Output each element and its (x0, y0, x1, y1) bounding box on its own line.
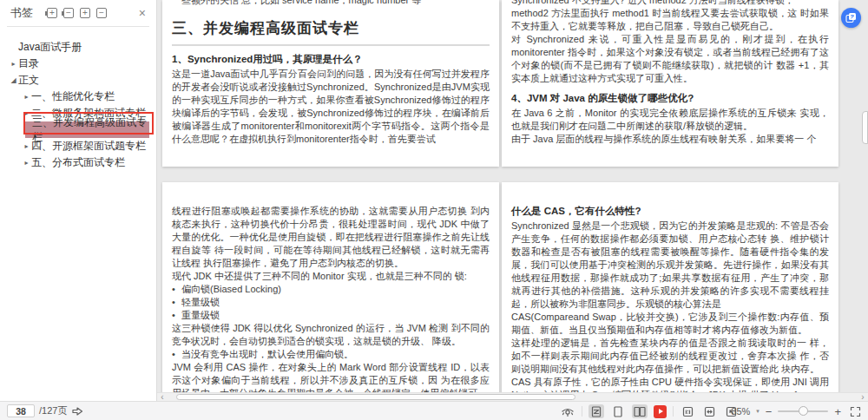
page-text: 这是一道Java面试中几乎百分百会问到的问题，因为没有任何写过并发程序的开发者会… (172, 68, 490, 146)
bullet-item: • 重量级锁 (172, 309, 490, 322)
expand-node-icon[interactable]: + (80, 8, 90, 18)
bookmark-item-chapter3-selected[interactable]: 三、并发编程高级面试专栏 (25, 121, 149, 138)
page-text: Synchronized 不支持重入? 进入 method2 方法时当前线程获得… (511, 0, 829, 7)
bullet-icon: • (172, 309, 181, 322)
play-icon (659, 409, 663, 414)
bullet-icon: • (172, 348, 181, 361)
page-text: 这三种锁使得 JDK 得以优化 Synchronized 的运行，当 JVM 检… (172, 322, 490, 348)
horizontal-scrollbar-thumb[interactable] (176, 394, 575, 400)
two-page-view-icon[interactable] (632, 404, 648, 418)
horizontal-scrollbar[interactable]: ‹ › (157, 392, 868, 401)
zoom-out-button[interactable]: − (766, 406, 773, 417)
close-sidebar-icon[interactable]: × (139, 7, 146, 19)
zoom-slider[interactable] (778, 410, 828, 412)
bookmark-item-root[interactable]: Java面试手册 (0, 39, 156, 56)
pdf-page-top-left: 一些额外的关信 息，比如 service name，magic number 等… (162, 0, 499, 167)
bullet-icon: • (172, 283, 181, 296)
actual-size-icon[interactable] (680, 404, 695, 418)
pdf-page-top-right: Synchronized 不支持重入? 进入 method2 方法时当前线程获得… (502, 0, 838, 167)
section-heading: 三、并发编程高级面试专栏 (172, 18, 490, 46)
expand-all-icon[interactable]: + (47, 8, 57, 18)
bookmark-tree: Java面试手册 ▸ 目录 ◢ 正文 ▸ 一、性能优化专栏 ▸ 二、微服务架构面… (0, 27, 156, 171)
bullet-item: • 当没有竞争出现时，默认会使用偏向锁。 (172, 348, 490, 361)
page-number-input[interactable]: 38 (7, 404, 35, 417)
zoom-level-label: 85% (731, 406, 750, 417)
page-text: method2 方法里面执行 method1 时当前线程又要去尝试获取锁，这 时… (511, 7, 829, 33)
pdf-reader-window: 书签 + − + − × Java面试手册 ▸ 目录 (0, 0, 868, 420)
collapse-node-icon[interactable]: − (96, 8, 107, 18)
chevron-right-icon[interactable]: ▸ (9, 60, 18, 68)
page-text: 对 Synchronized 来说，可重入性是显而易见的，刚才提到，在执行 mo… (511, 33, 829, 85)
page-text: 一些额外的关信 息，比如 service name，magic number 等 (172, 0, 490, 7)
chevron-right-icon[interactable]: ▸ (22, 109, 31, 117)
zoom-slider-handle[interactable] (799, 406, 808, 416)
status-bar: 38 /127页 (0, 401, 868, 420)
chevron-right-icon[interactable]: ▸ (22, 159, 31, 167)
bullet-item: • 偏向锁(Biased Locking) (172, 283, 490, 296)
translate-card-icon (845, 12, 857, 23)
bullet-item: • 轻量级锁 (172, 296, 490, 309)
bookmark-item-chapter1[interactable]: ▸ 一、性能优化专栏 (0, 89, 156, 105)
collapse-all-icon[interactable]: − (63, 8, 74, 18)
divider (673, 406, 674, 417)
bookmark-item-chapter5[interactable]: ▸ 五、分布式面试专栏 (0, 154, 156, 171)
fullscreen-icon[interactable] (847, 404, 863, 418)
eye-protection-icon[interactable] (560, 404, 575, 418)
question-title: 4、JVM 对 Java 的原生锁做了哪些优化? (511, 92, 829, 105)
page-text: 线程进行阻塞或唤起都需要操作系统的协助，这就需要从用户态切换 到内核态来执行，这… (172, 205, 490, 270)
pdf-page-bottom-right: 什么是 CAS，它有什么特性? Synchronized 显然是一个悲观锁，因为… (502, 182, 838, 394)
page-text: 在 Java 6 之前，Monitor 的实现完全依赖底层操作系统的互斥锁来 实… (511, 107, 829, 133)
page-text: JVM 会利用 CAS 操作，在对象头上的 Mark Word 部分设置线程 I… (172, 361, 490, 394)
continuous-scroll-view-icon[interactable] (589, 404, 604, 418)
bookmarks-sidebar: 书签 + − + − × Java面试手册 ▸ 目录 (0, 0, 157, 401)
fit-page-icon[interactable] (701, 404, 717, 418)
chevron-expanded-icon[interactable]: ◢ (9, 76, 18, 84)
bullet-icon: • (172, 296, 181, 309)
page-text: CAS 具有原子性，它的原子性由 CPU 硬件指令实现保证，即使用 JNI 调用… (511, 376, 829, 394)
scroll-right-icon[interactable]: › (858, 393, 867, 401)
page-text: Synchronized 显然是一个悲观锁，因为它的并发策略是悲观的: 不管是否… (511, 220, 829, 311)
scroll-left-icon[interactable]: ‹ (158, 393, 167, 401)
page-text: 这样处理的逻辑是，首先检查某块内存的值是否跟之前我读取时的一 样，如不一样则表示… (511, 337, 829, 376)
vertical-scrollbar-thumb[interactable] (862, 111, 868, 144)
bookmark-item-chapter4[interactable]: ▸ 四、开源框架面试题专栏 (0, 138, 156, 154)
page-text: CAS(Compareand Swap，比较并交换)，它涉及到三个操作数:内存值… (511, 311, 829, 337)
zoom-in-button[interactable]: + (834, 406, 841, 417)
chevron-right-icon[interactable]: ▸ (22, 93, 31, 101)
page-text: 由于 Java 层面的线程与操作系统的原生线程有映射关系，如果要将一 个 (511, 133, 829, 146)
zoom-caret-down-icon[interactable]: ▾ (756, 408, 760, 415)
translate-float-button[interactable] (841, 8, 861, 28)
bookmark-item-toc[interactable]: ▸ 目录 (0, 56, 156, 72)
divider (582, 406, 582, 417)
single-page-view-icon[interactable] (610, 404, 626, 418)
goto-page-icon[interactable] (71, 406, 84, 417)
play-video-button[interactable] (654, 405, 667, 418)
chevron-right-icon[interactable]: ▸ (22, 142, 31, 150)
page-text: 现代 JDK 中还提供了三种不同的 Monitor 实现，也就是三种不同的 锁: (172, 270, 490, 283)
page-total-label: /127页 (39, 404, 67, 417)
bookmarks-title: 书签 (10, 5, 33, 21)
question-title: 1、Synchronized用过吗，其原理是什么？ (172, 53, 490, 66)
question-title: 什么是 CAS，它有什么特性? (511, 205, 829, 218)
bookmark-item-body[interactable]: ◢ 正文 (0, 72, 156, 89)
bookmarks-header: 书签 + − + − × (0, 0, 156, 26)
document-view-area[interactable]: 一些额外的关信 息，比如 service name，magic number 等… (157, 0, 868, 401)
pdf-page-bottom-left: 线程进行阻塞或唤起都需要操作系统的协助，这就需要从用户态切换 到内核态来执行，这… (162, 182, 499, 394)
